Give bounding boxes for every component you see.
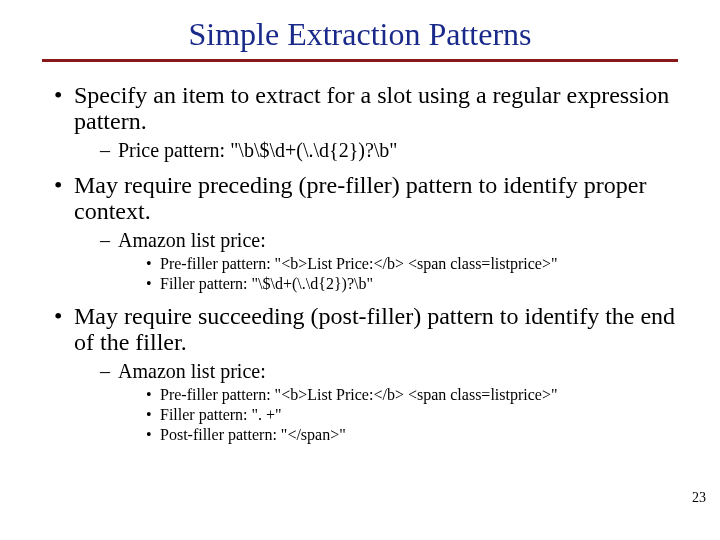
list-item: Pre-filler pattern: "<b>List Price:</b> … <box>148 254 680 273</box>
sub-list: Amazon list price: Pre-filler pattern: "… <box>74 360 680 445</box>
slide-title: Simple Extraction Patterns <box>40 16 680 53</box>
bullet-list: Specify an item to extract for a slot us… <box>40 82 680 444</box>
bullet-text: Post-filler pattern: "</span>" <box>160 426 346 443</box>
bullet-text: Pre-filler pattern: "<b>List Price:</b> … <box>160 386 557 403</box>
bullet-text: May require succeeding (post-filler) pat… <box>74 303 675 355</box>
list-item: Pre-filler pattern: "<b>List Price:</b> … <box>148 385 680 404</box>
list-item: May require succeeding (post-filler) pat… <box>58 303 680 444</box>
sub-list: Amazon list price: Pre-filler pattern: "… <box>74 229 680 293</box>
bullet-text: Amazon list price: <box>118 229 266 251</box>
bullet-text: Price pattern: "\b\$\d+(\.\d{2})?\b" <box>118 139 398 161</box>
bullet-text: Pre-filler pattern: "<b>List Price:</b> … <box>160 255 557 272</box>
bullet-text: Filler pattern: "\$\d+(\.\d{2})?\b" <box>160 275 373 292</box>
list-item: Filler pattern: "\$\d+(\.\d{2})?\b" <box>148 274 680 293</box>
divider-wrap <box>40 59 680 68</box>
list-item: Post-filler pattern: "</span>" <box>148 425 680 444</box>
sub-sub-list: Pre-filler pattern: "<b>List Price:</b> … <box>118 254 680 293</box>
bullet-text: Amazon list price: <box>118 360 266 382</box>
slide: Simple Extraction Patterns Specify an it… <box>0 0 720 540</box>
sub-sub-list: Pre-filler pattern: "<b>List Price:</b> … <box>118 385 680 445</box>
list-item: Amazon list price: Pre-filler pattern: "… <box>104 229 680 293</box>
list-item: May require preceding (pre-filler) patte… <box>58 172 680 293</box>
list-item: Price pattern: "\b\$\d+(\.\d{2})?\b" <box>104 139 680 162</box>
sub-list: Price pattern: "\b\$\d+(\.\d{2})?\b" <box>74 139 680 162</box>
list-item: Specify an item to extract for a slot us… <box>58 82 680 162</box>
list-item: Amazon list price: Pre-filler pattern: "… <box>104 360 680 445</box>
divider <box>42 59 678 62</box>
list-item: Filler pattern: ". +" <box>148 405 680 424</box>
bullet-text: Filler pattern: ". +" <box>160 406 282 423</box>
bullet-text: Specify an item to extract for a slot us… <box>74 82 669 134</box>
bullet-text: May require preceding (pre-filler) patte… <box>74 172 646 224</box>
page-number: 23 <box>692 490 706 506</box>
